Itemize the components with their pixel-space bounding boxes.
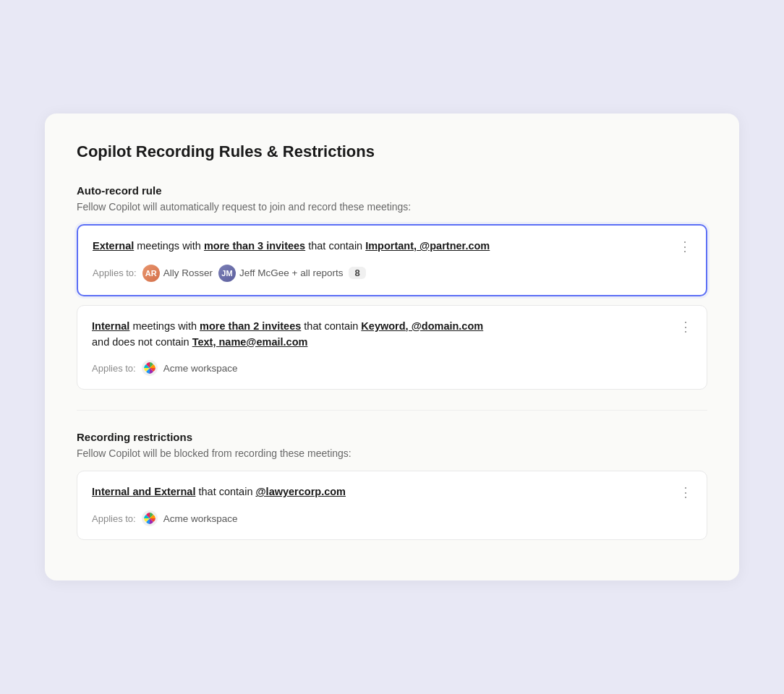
- section-divider: [77, 410, 707, 411]
- restriction-connector: that contain: [198, 486, 255, 497]
- main-card: Copilot Recording Rules & Restrictions A…: [45, 113, 739, 581]
- rule-2-text: Internal meetings with more than 2 invit…: [92, 319, 692, 351]
- jeff-avatar: JM: [218, 265, 236, 282]
- rule-2-connector2: that contain: [304, 320, 361, 332]
- three-dot-icon-2: ⋮: [679, 320, 692, 333]
- jeff-name: Jeff McGee + all reports: [239, 267, 343, 278]
- restriction-workspace-name: Acme workspace: [163, 513, 238, 524]
- auto-record-section: Auto-record rule Fellow Copilot will aut…: [77, 184, 707, 390]
- restriction-meeting-type: Internal and External: [92, 486, 195, 497]
- acme-workspace-icon-2: [142, 510, 158, 526]
- restrictions-title: Recording restrictions: [77, 431, 707, 443]
- applies-count: 8: [349, 267, 365, 279]
- rule-1-applies-row: Applies to: AR Ally Rosser JM Jeff McGee…: [93, 265, 691, 282]
- rule-1-connector1: meetings with: [137, 240, 204, 252]
- three-dot-icon-3: ⋮: [679, 486, 692, 499]
- restriction-rule-1-menu-button[interactable]: ⋮: [675, 484, 696, 500]
- rule-1-invitee-condition: more than 3 invitees: [204, 240, 305, 252]
- rule-2-invitee-condition: more than 2 invitees: [200, 320, 301, 332]
- acme-workspace-icon-1: [142, 360, 158, 376]
- rule-1-keywords: Important, @partner.com: [365, 240, 490, 252]
- rule-1-text: External meetings with more than 3 invit…: [93, 239, 691, 254]
- ally-name: Ally Rosser: [163, 267, 213, 278]
- rule-2-and-does-not: and does not contain: [92, 336, 192, 348]
- auto-record-title: Auto-record rule: [77, 184, 707, 197]
- restrictions-desc: Fellow Copilot will be blocked from reco…: [77, 447, 707, 459]
- auto-record-rule-2: Internal meetings with more than 2 invit…: [77, 305, 707, 390]
- jeff-chip: JM Jeff McGee + all reports: [218, 265, 343, 282]
- rule-1-menu-button[interactable]: ⋮: [674, 239, 696, 254]
- rule-2-applies-row: Applies to: Acme workspace: [92, 360, 692, 376]
- ally-chip: AR Ally Rosser: [142, 265, 213, 282]
- page-title: Copilot Recording Rules & Restrictions: [77, 142, 707, 161]
- rule-2-workspace-name: Acme workspace: [163, 363, 238, 374]
- restriction-rule-1-text: Internal and External that contain @lawy…: [92, 484, 692, 500]
- restriction-rule-1: Internal and External that contain @lawy…: [77, 471, 707, 540]
- restriction-rule-1-applies-row: Applies to: Acme workspace: [92, 510, 692, 526]
- rule-2-not-keywords: Text, name@email.com: [192, 336, 308, 348]
- rule-1-applies-label: Applies to:: [93, 267, 137, 278]
- rule-1-meeting-type: External: [93, 240, 134, 252]
- restriction-keywords: @lawyercorp.com: [255, 486, 346, 497]
- rule-2-connector1: meetings with: [132, 320, 200, 332]
- rule-2-meeting-type: Internal: [92, 320, 129, 332]
- three-dot-icon: ⋮: [678, 240, 691, 253]
- restriction-applies-label: Applies to:: [92, 513, 136, 524]
- ally-avatar: AR: [142, 265, 160, 282]
- rule-2-applies-label: Applies to:: [92, 363, 136, 374]
- auto-record-desc: Fellow Copilot will automatically reques…: [77, 201, 707, 213]
- recording-restrictions-section: Recording restrictions Fellow Copilot wi…: [77, 431, 707, 540]
- rule-2-keywords: Keyword, @domain.com: [361, 320, 483, 332]
- rule-1-connector2: that contain: [308, 240, 365, 252]
- rule-2-menu-button[interactable]: ⋮: [675, 319, 696, 335]
- auto-record-rule-1: External meetings with more than 3 invit…: [77, 224, 707, 296]
